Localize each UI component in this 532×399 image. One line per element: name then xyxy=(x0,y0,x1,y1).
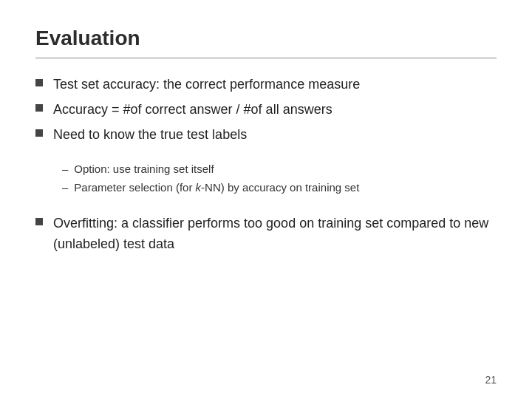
slide-title: Evaluation xyxy=(35,27,497,50)
overfitting-bullet: Overfitting: a classifier performs too g… xyxy=(35,214,497,255)
bullet-text-3: Need to know the true test labels xyxy=(53,125,247,146)
overfitting-text: Overfitting: a classifier performs too g… xyxy=(53,214,497,255)
bullet-square-icon xyxy=(35,79,43,86)
page-number: 21 xyxy=(485,374,497,386)
sub-item-2: – Parameter selection (for k-NN) by accu… xyxy=(62,179,497,196)
main-bullet-list: Test set accuracy: the correct performan… xyxy=(35,75,497,150)
sub-dash-icon: – xyxy=(62,179,68,196)
title-divider xyxy=(35,58,497,58)
bullet-item-2: Accuracy = #of correct answer / #of all … xyxy=(35,100,497,120)
bullet-text-2: Accuracy = #of correct answer / #of all … xyxy=(53,100,332,120)
bullet-item-3: Need to know the true test labels xyxy=(35,125,497,146)
italic-k: k xyxy=(196,181,202,194)
bullet-item-1: Test set accuracy: the correct performan… xyxy=(35,75,497,95)
bullet-square-icon xyxy=(35,104,43,112)
sub-bullet-list: – Option: use training set itself – Para… xyxy=(62,160,497,198)
sub-text-2: Parameter selection (for k-NN) by accura… xyxy=(74,179,359,196)
slide: Evaluation Test set accuracy: the correc… xyxy=(0,0,532,399)
sub-dash-icon: – xyxy=(62,160,68,177)
bullet-text-1: Test set accuracy: the correct performan… xyxy=(53,75,360,95)
sub-item-1: – Option: use training set itself xyxy=(62,160,497,177)
slide-content: Test set accuracy: the correct performan… xyxy=(35,75,497,378)
sub-text-1: Option: use training set itself xyxy=(74,160,214,177)
bullet-square-icon xyxy=(35,129,43,137)
bullet-square-icon xyxy=(35,218,43,225)
